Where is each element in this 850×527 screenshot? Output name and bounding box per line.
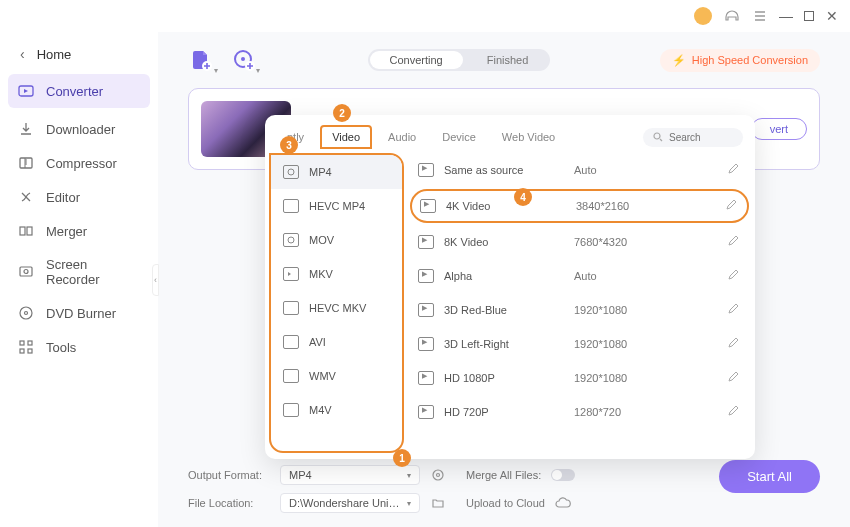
- titlebar: — ✕: [0, 0, 850, 32]
- tab-video[interactable]: Video: [320, 125, 372, 149]
- video-icon: [420, 199, 436, 213]
- format-avi[interactable]: AVI: [271, 325, 402, 359]
- high-speed-badge[interactable]: ⚡ High Speed Conversion: [660, 49, 820, 72]
- tab-device[interactable]: Device: [432, 127, 486, 147]
- format-search[interactable]: [643, 128, 743, 147]
- video-icon: [418, 235, 434, 249]
- svg-point-20: [437, 474, 440, 477]
- bolt-icon: ⚡: [672, 54, 686, 67]
- video-icon: [283, 233, 299, 247]
- convert-button[interactable]: vert: [751, 118, 807, 140]
- file-location-value: D:\Wondershare UniConverter 1: [289, 497, 407, 509]
- nav-converter[interactable]: Converter: [8, 74, 150, 108]
- chevron-down-icon: ▾: [407, 499, 411, 508]
- video-icon: [418, 337, 434, 351]
- start-all-button[interactable]: Start All: [719, 460, 820, 493]
- svg-point-7: [25, 312, 28, 315]
- edit-icon[interactable]: [727, 303, 741, 317]
- merge-label: Merge All Files:: [466, 469, 541, 481]
- video-icon: [283, 165, 299, 179]
- folder-icon[interactable]: [430, 495, 446, 511]
- maximize-button[interactable]: [804, 11, 814, 21]
- res-alpha[interactable]: AlphaAuto: [404, 259, 755, 293]
- format-hevc-mkv[interactable]: HEVC MKV: [271, 291, 402, 325]
- seg-finished[interactable]: Finished: [465, 49, 551, 71]
- file-location-label: File Location:: [188, 497, 270, 509]
- converter-icon: [18, 83, 34, 99]
- res-hd-720p[interactable]: HD 720P1280*720: [404, 395, 755, 429]
- format-mkv[interactable]: MKV: [271, 257, 402, 291]
- output-format-value: MP4: [289, 469, 312, 481]
- gear-icon[interactable]: [430, 467, 446, 483]
- nav-downloader[interactable]: Downloader: [0, 112, 158, 146]
- svg-rect-10: [20, 349, 24, 353]
- video-icon: [418, 371, 434, 385]
- format-wmv[interactable]: WMV: [271, 359, 402, 393]
- resolution-list: Same as sourceAuto 4K Video3840*2160 8K …: [404, 149, 755, 459]
- dvd-burner-icon: [18, 305, 34, 321]
- svg-point-23: [288, 237, 294, 243]
- screen-recorder-icon: [18, 264, 34, 280]
- svg-point-6: [20, 307, 32, 319]
- format-mov[interactable]: MOV: [271, 223, 402, 257]
- file-location-select[interactable]: D:\Wondershare UniConverter 1 ▾: [280, 493, 420, 513]
- nav-label: Tools: [46, 340, 76, 355]
- res-3d-red-blue[interactable]: 3D Red-Blue1920*1080: [404, 293, 755, 327]
- edit-icon[interactable]: [727, 163, 741, 177]
- nav-label: Downloader: [46, 122, 115, 137]
- svg-point-14: [241, 57, 245, 61]
- video-icon: [418, 269, 434, 283]
- edit-icon[interactable]: [727, 235, 741, 249]
- downloader-icon: [18, 121, 34, 137]
- collapse-handle[interactable]: ‹: [152, 264, 159, 296]
- res-8k[interactable]: 8K Video7680*4320: [404, 225, 755, 259]
- format-mp4[interactable]: MP4: [271, 155, 402, 189]
- merge-toggle[interactable]: [551, 469, 575, 481]
- nav-label: Converter: [46, 84, 103, 99]
- add-disc-button[interactable]: ▾: [230, 46, 258, 74]
- svg-rect-4: [20, 267, 32, 276]
- output-format-select[interactable]: MP4 ▾: [280, 465, 420, 485]
- nav-home[interactable]: ‹ Home: [0, 38, 158, 70]
- res-3d-left-right[interactable]: 3D Left-Right1920*1080: [404, 327, 755, 361]
- video-icon: [418, 303, 434, 317]
- cloud-icon[interactable]: [555, 495, 571, 511]
- edit-icon[interactable]: [727, 337, 741, 351]
- compressor-icon: [18, 155, 34, 171]
- nav-compressor[interactable]: Compressor: [0, 146, 158, 180]
- nav-tools[interactable]: Tools: [0, 330, 158, 364]
- res-hd-1080p[interactable]: HD 1080P1920*1080: [404, 361, 755, 395]
- user-avatar[interactable]: [694, 7, 712, 25]
- tab-webvideo[interactable]: Web Video: [492, 127, 565, 147]
- nav-screen-recorder[interactable]: Screen Recorder: [0, 248, 158, 296]
- tab-audio[interactable]: Audio: [378, 127, 426, 147]
- tools-icon: [18, 339, 34, 355]
- chevron-down-icon: ▾: [256, 66, 260, 75]
- minimize-button[interactable]: —: [780, 10, 792, 22]
- format-m4v[interactable]: M4V: [271, 393, 402, 427]
- nav-home-label: Home: [37, 47, 72, 62]
- headset-icon[interactable]: [724, 8, 740, 24]
- nav-label: Editor: [46, 190, 80, 205]
- edit-icon[interactable]: [727, 371, 741, 385]
- nav-label: Merger: [46, 224, 87, 239]
- nav-dvd-burner[interactable]: DVD Burner: [0, 296, 158, 330]
- nav-editor[interactable]: Editor: [0, 180, 158, 214]
- nav-merger[interactable]: Merger: [0, 214, 158, 248]
- svg-point-5: [24, 270, 28, 274]
- edit-icon[interactable]: [725, 199, 739, 213]
- video-icon: [283, 301, 299, 315]
- seg-converting[interactable]: Converting: [370, 51, 463, 69]
- res-4k[interactable]: 4K Video3840*2160: [410, 189, 749, 223]
- format-hevc-mp4[interactable]: HEVC MP4: [271, 189, 402, 223]
- edit-icon[interactable]: [727, 405, 741, 419]
- add-file-button[interactable]: ▾: [188, 46, 216, 74]
- annotation-badge-4: 4: [514, 188, 532, 206]
- search-input[interactable]: [669, 132, 729, 143]
- chevron-down-icon: ▾: [407, 471, 411, 480]
- close-button[interactable]: ✕: [826, 10, 838, 22]
- merger-icon: [18, 223, 34, 239]
- res-same-as-source[interactable]: Same as sourceAuto: [404, 153, 755, 187]
- edit-icon[interactable]: [727, 269, 741, 283]
- menu-icon[interactable]: [752, 8, 768, 24]
